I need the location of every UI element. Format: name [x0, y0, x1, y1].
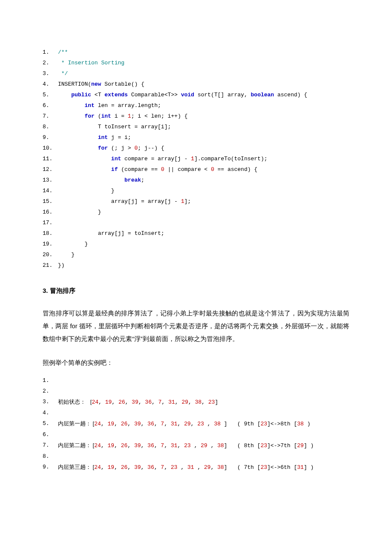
code-content: for (int i = 1; i < len; i++) { — [56, 111, 349, 121]
line-number: 8. — [43, 121, 56, 132]
line-number: 18. — [43, 228, 56, 239]
code-line: 14. } — [43, 185, 349, 196]
trace-content: 初始状态： [24, 19, 26, 39, 36, 7, 31, 29, 38… — [56, 396, 349, 408]
code-content: T toInsert = array[i]; — [56, 121, 349, 132]
trace-line: 4. — [43, 408, 349, 418]
document-page: 1./**2. * Insertion Sorting3. */4.INSERT… — [0, 0, 392, 555]
section-heading-bubble-sort: 3. 冒泡排序 — [43, 287, 349, 295]
trace-line: 3.初始状态： [24, 19, 26, 39, 36, 7, 31, 29, … — [43, 396, 349, 408]
code-content: } — [56, 239, 349, 249]
line-number: 9. — [43, 462, 56, 472]
line-number: 19. — [43, 239, 56, 249]
code-content: break; — [56, 175, 349, 185]
code-line: 3. */ — [43, 68, 349, 79]
code-line: 9. int j = i; — [43, 132, 349, 143]
line-number: 1. — [43, 47, 56, 58]
code-content: } — [56, 249, 349, 260]
line-number: 2. — [43, 386, 56, 396]
line-number: 6. — [43, 100, 56, 111]
code-line: 10. for (; j > 0; j--) { — [43, 143, 349, 153]
line-number: 16. — [43, 207, 56, 217]
trace-line: 7.内层第二趟： [24, 19, 26, 39, 36, 7, 31, 23 … — [43, 440, 349, 451]
line-number: 2. — [43, 58, 56, 68]
code-line: 11. int compare = array[j - 1].compareTo… — [43, 153, 349, 164]
code-content: array[j] = array[j - 1]; — [56, 196, 349, 207]
code-line: 21.}) — [43, 260, 349, 271]
line-number: 4. — [43, 79, 56, 90]
code-content: public <T extends Comparable<T>> void so… — [56, 90, 349, 100]
line-number: 7. — [43, 440, 56, 451]
trace-content: 内层第二趟： [24, 19, 26, 39, 36, 7, 31, 23 , … — [56, 440, 349, 451]
code-content: for (; j > 0; j--) { — [56, 143, 349, 153]
line-number: 1. — [43, 375, 56, 386]
code-block-insertion-sort: 1./**2. * Insertion Sorting3. */4.INSERT… — [43, 47, 349, 271]
code-line: 18. array[j] = toInsert; — [43, 228, 349, 239]
line-number: 5. — [43, 418, 56, 429]
trace-content: 内层第三趟： [24, 19, 26, 39, 36, 7, 23 , 31 ,… — [56, 462, 349, 473]
code-line: 5. public <T extends Comparable<T>> void… — [43, 90, 349, 100]
section-paragraph-example-intro: 照例举个简单的实例吧： — [43, 356, 349, 369]
code-line: 20. } — [43, 249, 349, 260]
code-content: } — [56, 185, 349, 196]
line-number: 7. — [43, 111, 56, 121]
code-content: INSERTION(new Sortable() { — [56, 79, 349, 90]
line-number: 8. — [43, 451, 56, 462]
line-number: 6. — [43, 429, 56, 440]
code-line: 1./** — [43, 47, 349, 58]
line-number: 21. — [43, 260, 56, 271]
code-line: 16. } — [43, 207, 349, 217]
code-content: /** — [56, 47, 349, 58]
code-content: int compare = array[j - 1].compareTo(toI… — [56, 153, 349, 164]
code-line: 13. break; — [43, 175, 349, 185]
trace-line: 2. — [43, 386, 349, 396]
code-content: int len = array.length; — [56, 100, 349, 111]
code-content: */ — [56, 68, 349, 79]
trace-line: 9.内层第三趟： [24, 19, 26, 39, 36, 7, 23 , 31… — [43, 462, 349, 473]
code-line: 17. — [43, 217, 349, 228]
trace-line: 8. — [43, 451, 349, 462]
line-number: 15. — [43, 196, 56, 207]
code-content: }) — [56, 260, 349, 271]
code-content: } — [56, 207, 349, 217]
line-number: 11. — [43, 153, 56, 164]
code-line: 8. T toInsert = array[i]; — [43, 121, 349, 132]
trace-block-bubble-sort-example: 1.2.3.初始状态： [24, 19, 26, 39, 36, 7, 31, … — [43, 375, 349, 473]
code-content: if (compare == 0 || compare < 0 == ascen… — [56, 164, 349, 175]
line-number: 12. — [43, 164, 56, 175]
line-number: 10. — [43, 143, 56, 153]
code-line: 6. int len = array.length; — [43, 100, 349, 111]
line-number: 4. — [43, 408, 56, 418]
line-number: 3. — [43, 68, 56, 79]
line-number: 3. — [43, 396, 56, 407]
trace-content: 内层第一趟： [24, 19, 26, 39, 36, 7, 31, 29, 2… — [56, 418, 349, 429]
code-line: 7. for (int i = 1; i < len; i++) { — [43, 111, 349, 121]
section-paragraph: 冒泡排序可以算是最经典的排序算法了，记得小弟上学时最先接触的也就是这个算法了，因… — [43, 307, 349, 345]
code-line: 4.INSERTION(new Sortable() { — [43, 79, 349, 90]
code-line: 19. } — [43, 239, 349, 249]
line-number: 14. — [43, 185, 56, 196]
code-line: 12. if (compare == 0 || compare < 0 == a… — [43, 164, 349, 175]
line-number: 5. — [43, 90, 56, 100]
code-content: int j = i; — [56, 132, 349, 143]
line-number: 13. — [43, 175, 56, 185]
code-line: 2. * Insertion Sorting — [43, 58, 349, 68]
code-line: 15. array[j] = array[j - 1]; — [43, 196, 349, 207]
trace-line: 6. — [43, 429, 349, 440]
trace-line: 5.内层第一趟： [24, 19, 26, 39, 36, 7, 31, 29,… — [43, 418, 349, 429]
line-number: 20. — [43, 249, 56, 260]
trace-line: 1. — [43, 375, 349, 386]
line-number: 9. — [43, 132, 56, 143]
line-number: 17. — [43, 217, 56, 228]
code-content: array[j] = toInsert; — [56, 228, 349, 239]
code-content: * Insertion Sorting — [56, 58, 349, 68]
